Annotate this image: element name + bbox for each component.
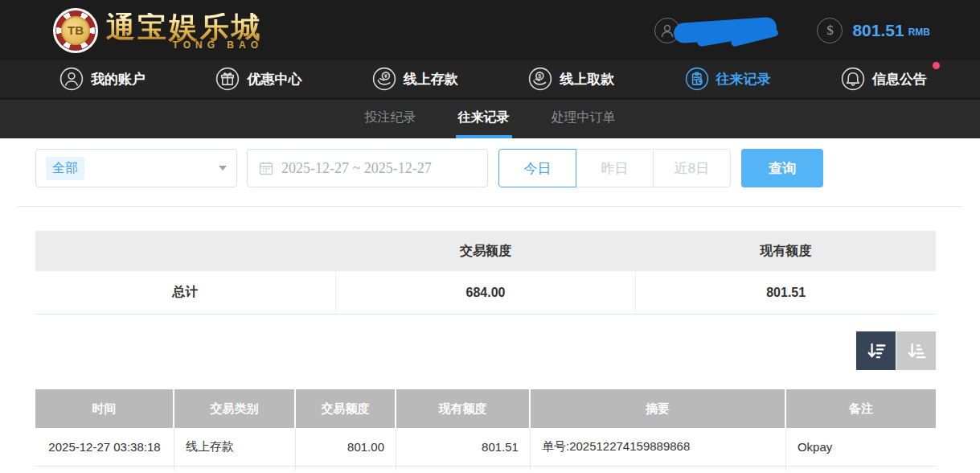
calendar-icon <box>259 161 273 175</box>
col-header-summary: 摘要 <box>531 389 786 428</box>
last-8-days-button[interactable]: 近8日 <box>653 149 731 187</box>
brand-logo[interactable]: TB 通宝娱乐城 TONG BAO <box>53 8 263 53</box>
brand-name: 通宝娱乐城 <box>106 13 263 42</box>
sort-ascending-icon <box>906 340 927 361</box>
nav-item-transaction-records[interactable]: 往来记录 <box>685 67 771 91</box>
nav-label: 信息公告 <box>872 70 927 88</box>
today-button[interactable]: 今日 <box>498 149 576 187</box>
sort-controls <box>0 331 936 370</box>
summary-table: 交易额度 现有额度 总计 684.00 801.51 <box>35 231 936 315</box>
col-header-current-balance: 现有额度 <box>396 389 531 428</box>
balance-currency: RMB <box>908 23 930 38</box>
bell-icon <box>841 67 865 91</box>
nav-item-deposit[interactable]: ¥ 线上存款 <box>372 67 458 91</box>
nav-label: 我的账户 <box>91 70 146 88</box>
type-select[interactable]: 全部 <box>35 149 237 187</box>
deposit-icon: ¥ <box>372 67 396 91</box>
user-area: $ 801.51 RMB <box>654 0 930 60</box>
records-table: 时间 交易类别 交易额度 现有额度 摘要 备注 2025-12-27 03:38… <box>35 389 936 471</box>
summary-header-transaction-amount: 交易额度 <box>335 231 635 271</box>
censored-username <box>674 17 777 44</box>
sub-navigation: 投注纪录 往来记录 处理中订单 <box>0 100 980 138</box>
tab-transaction-records[interactable]: 往来记录 <box>456 100 512 138</box>
balance-group[interactable]: $ 801.51 RMB <box>817 18 930 43</box>
summary-header-row: 交易额度 现有额度 <box>35 231 936 271</box>
nav-label: 往来记录 <box>716 70 771 88</box>
summary-header-blank <box>35 231 335 271</box>
tab-processing-orders[interactable]: 处理中订单 <box>549 100 618 138</box>
withdraw-icon: $ <box>528 67 552 91</box>
sort-descending-icon <box>866 340 887 361</box>
poker-chip-icon: TB <box>53 8 98 53</box>
nav-item-promotions[interactable]: 优惠中心 <box>215 67 301 91</box>
col-header-transaction-type: 交易类别 <box>174 389 296 428</box>
query-button[interactable]: 查询 <box>741 149 823 187</box>
col-header-remarks: 备注 <box>786 389 936 428</box>
cell-summary: 单号:202512274159889868 <box>531 428 786 466</box>
col-header-transaction-amount: 交易额度 <box>296 389 396 428</box>
nav-item-announcements[interactable]: 信息公告 <box>841 67 927 91</box>
summary-total-row: 总计 684.00 801.51 <box>35 271 936 315</box>
brand-text: 通宝娱乐城 TONG BAO <box>106 13 263 53</box>
filter-bar: 全部 2025-12-27 ~ 2025-12-27 今日 昨日 近8日 查询 <box>35 149 980 187</box>
chip-monogram: TB <box>61 16 90 45</box>
date-range-input[interactable]: 2025-12-27 ~ 2025-12-27 <box>247 149 488 187</box>
tab-betting-records[interactable]: 投注纪录 <box>363 100 419 138</box>
nav-item-withdraw[interactable]: $ 线上取款 <box>528 67 614 91</box>
summary-total-label: 总计 <box>35 271 335 314</box>
sort-descending-button[interactable] <box>856 331 896 370</box>
summary-transaction-amount: 684.00 <box>335 271 636 314</box>
col-header-time: 时间 <box>35 389 174 428</box>
summary-current-balance: 801.51 <box>635 271 936 314</box>
quick-range-group: 今日 昨日 近8日 <box>498 149 731 187</box>
cell-transaction-amount: 801.00 <box>296 428 396 466</box>
date-range-value: 2025-12-27 ~ 2025-12-27 <box>281 160 432 177</box>
records-header-row: 时间 交易类别 交易额度 现有额度 摘要 备注 <box>35 389 936 428</box>
main-navigation: 我的账户 优惠中心 ¥ 线上存款 $ 线上取款 往来记录 信息公告 <box>0 60 980 100</box>
nav-label: 线上存款 <box>404 70 458 88</box>
balance-amount: 801.51 <box>852 21 904 40</box>
records-icon <box>685 67 709 91</box>
nav-label: 优惠中心 <box>247 70 301 88</box>
summary-header-current-balance: 现有额度 <box>636 231 936 271</box>
cell-remarks: Okpay <box>786 428 936 466</box>
yesterday-button[interactable]: 昨日 <box>576 149 654 187</box>
sort-ascending-button[interactable] <box>896 331 936 370</box>
notification-dot <box>933 62 940 69</box>
gift-icon <box>215 67 240 91</box>
partial-next-row <box>35 467 936 471</box>
top-header: TB 通宝娱乐城 TONG BAO $ 801.51 RMB <box>0 0 980 60</box>
cell-current-balance: 801.51 <box>396 428 531 466</box>
cell-time: 2025-12-27 03:38:18 <box>35 428 174 466</box>
cell-transaction-type: 线上存款 <box>174 428 296 466</box>
dollar-icon: $ <box>817 18 843 43</box>
type-select-value: 全部 <box>46 157 84 180</box>
chevron-down-icon <box>219 166 227 171</box>
section-divider <box>18 206 962 207</box>
nav-label: 线上取款 <box>560 70 614 88</box>
user-icon <box>59 67 84 91</box>
table-row: 2025-12-27 03:38:18 线上存款 801.00 801.51 单… <box>35 428 936 467</box>
nav-item-my-account[interactable]: 我的账户 <box>59 67 146 91</box>
